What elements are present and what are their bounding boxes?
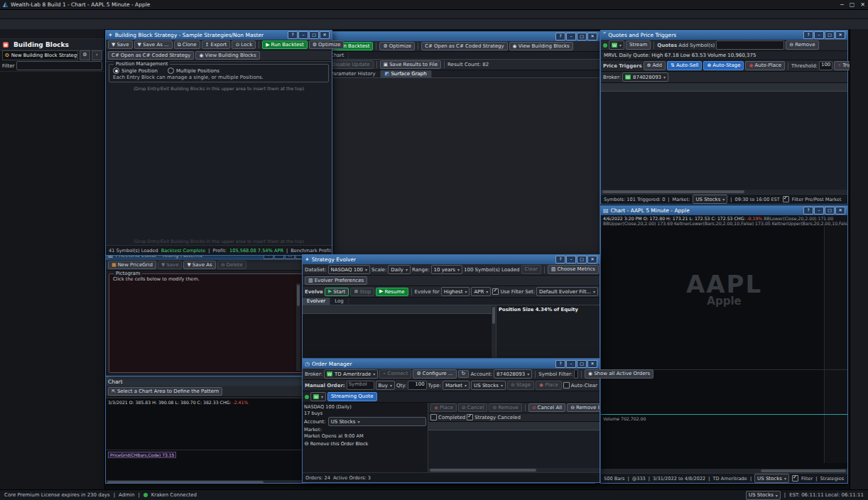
auto-place-toggle[interactable]: ◉Auto-Place	[745, 61, 785, 70]
pictogram-grid[interactable]	[131, 283, 271, 371]
quotes-hscrollbar[interactable]	[601, 190, 847, 194]
strategy-canceled-checkbox[interactable]	[467, 414, 473, 420]
stop-button[interactable]: ◼Stop	[350, 288, 374, 296]
open-csharp-button[interactable]: C#Open as C# Coded Strategy	[108, 51, 194, 60]
market-select[interactable]: US Stocks	[471, 381, 506, 390]
remove-order-block-button[interactable]: ⊖Remove this Order Block	[304, 440, 426, 447]
auto-clear-checkbox[interactable]	[563, 382, 570, 388]
view-building-blocks-button[interactable]: ◉View Building Blocks	[509, 42, 573, 50]
stream-button[interactable]: Stream	[626, 40, 651, 49]
optimize-button[interactable]: ⚙Optimize	[379, 42, 415, 50]
pictogram-vscrollbar[interactable]	[296, 283, 300, 371]
window-max-button[interactable]: ▢	[825, 31, 835, 39]
close-button[interactable]: ✕	[860, 1, 865, 8]
evolver-titlebar[interactable]: ✦ Strategy Evolver ?–▢✕	[303, 255, 600, 264]
clone-button[interactable]: ⧉Clone	[174, 40, 200, 49]
window-close-button[interactable]: ✕	[587, 256, 597, 263]
add-symbols-input[interactable]	[716, 40, 784, 50]
metric-select[interactable]: APR	[471, 287, 491, 296]
window-help-button[interactable]: ?	[288, 31, 298, 39]
configure-button[interactable]: ⚙Configure ...	[413, 369, 456, 378]
auto-stage-toggle[interactable]: ⊗Auto-Stage	[703, 61, 744, 70]
remove-order-button[interactable]: ⊖Remove	[489, 403, 521, 412]
completed-checkbox[interactable]	[430, 414, 437, 420]
open-csharp-button[interactable]: C#Open as C# Coded Strategy	[421, 42, 507, 50]
side-select[interactable]: Buy	[376, 381, 395, 390]
broker-select[interactable]: WTD Ameritrade	[324, 369, 378, 379]
sidebar-settings-button[interactable]: ⚙	[80, 50, 90, 60]
save-as-button[interactable]: ▼Save As ...	[134, 40, 173, 49]
optimization-titlebar[interactable]: ?–▢✕	[326, 32, 600, 41]
connect-button[interactable]: ⌁Connect	[379, 369, 411, 378]
quotes-titlebar[interactable]: ” Quotes and Price Triggers ?–▢✕	[601, 31, 847, 40]
window-help-button[interactable]: ?	[555, 33, 565, 40]
save-button[interactable]: ▼Save	[158, 261, 183, 269]
range-select[interactable]: 10 years	[431, 265, 462, 274]
price-pane[interactable]: AAPLApple	[601, 226, 847, 369]
maximize-button[interactable]: ▢	[850, 1, 855, 8]
optimize-button[interactable]: ⚙Optimize	[309, 40, 345, 49]
filter-prepost-checkbox[interactable]	[783, 196, 789, 202]
show-active-orders-button[interactable]: ◉Show all Active Orders	[585, 369, 653, 378]
scale-select[interactable]: Daily	[388, 265, 411, 274]
choose-metrics-button[interactable]: ▥Choose Metrics	[548, 265, 599, 273]
stream-source-select[interactable]: W	[310, 392, 326, 401]
qty-input[interactable]: 100	[408, 381, 426, 390]
window-close-button[interactable]: ✕	[835, 31, 845, 39]
type-select[interactable]: Market	[443, 381, 470, 390]
window-min-button[interactable]: –	[814, 207, 824, 214]
window-min-button[interactable]: –	[566, 256, 576, 263]
remove-button[interactable]: ⊖Remove	[786, 40, 818, 49]
evolver-preferences-button[interactable]: ▥Evolver Preferences	[305, 276, 367, 285]
window-help-button[interactable]: ?	[803, 31, 813, 39]
market-select[interactable]: US Stocks	[693, 195, 727, 204]
cancel-all-button[interactable]: ⊘Cancel All	[528, 403, 566, 412]
account2-select[interactable]: US Stocks	[328, 417, 426, 426]
tab-surface-graph[interactable]: ◩ Surface Graph	[381, 70, 432, 77]
evolve-for-select[interactable]: Highest	[441, 287, 470, 296]
volume-pane[interactable]: Volume 702,702.00	[601, 414, 847, 463]
order-manager-titlebar[interactable]: ◷ Order Manager ?–▢✕	[303, 359, 600, 369]
window-max-button[interactable]: ▢	[577, 256, 587, 263]
tab-evolver[interactable]: Evolver	[303, 298, 330, 305]
delete-button[interactable]: ⊖Delete	[217, 261, 246, 269]
export-button[interactable]: ↥Export	[202, 40, 231, 49]
single-position-radio[interactable]: Single Position	[113, 67, 158, 74]
window-min-button[interactable]: –	[814, 31, 824, 39]
window-max-button[interactable]: ▢	[577, 360, 587, 368]
account-select[interactable]: 874028093	[494, 369, 532, 379]
save-results-button[interactable]: ▣Save Results to File	[380, 60, 442, 69]
refresh-button[interactable]: ↻	[458, 370, 470, 378]
window-min-button[interactable]: –	[298, 31, 308, 39]
symbol-input[interactable]: Symbol	[347, 381, 374, 390]
clear-button[interactable]: Clear	[521, 265, 541, 273]
surface-plot[interactable]	[339, 78, 600, 255]
streaming-quote-button[interactable]: Streaming Quote	[327, 392, 377, 401]
tab-parameter-history[interactable]: Parameter History	[326, 70, 381, 77]
window-max-button[interactable]: ▢	[309, 31, 319, 39]
lock-button[interactable]: ⊙Lock	[232, 40, 256, 49]
save-button[interactable]: ▼Save	[108, 40, 133, 49]
new-building-block-strategy-button[interactable]: ✪ New Building Block Strategy	[2, 50, 78, 60]
save-as-button[interactable]: ▼Save As	[183, 261, 215, 269]
start-button[interactable]: ▶Start	[325, 288, 349, 296]
resume-button[interactable]: ▶Resume	[376, 288, 408, 296]
filter-input[interactable]	[16, 61, 102, 70]
threshold-input[interactable]: 100	[819, 61, 832, 70]
sidebar-expand-button[interactable]: ›	[92, 50, 102, 60]
chart-titlebar[interactable]: ▤ Chart - AAPL 5 Minute - Apple ?–▢✕	[601, 206, 847, 215]
orders-hscrollbar[interactable]	[428, 468, 600, 472]
market-select[interactable]: US Stocks	[746, 491, 781, 500]
bbs-titlebar[interactable]: ✦ Building Block Strategy - Sample Strat…	[106, 31, 332, 40]
multiple-positions-radio[interactable]: Multiple Positions	[168, 67, 219, 74]
window-min-button[interactable]: –	[566, 33, 576, 40]
window-close-button[interactable]: ✕	[587, 360, 597, 368]
view-building-blocks-button[interactable]: ◉View Building Blocks	[195, 51, 259, 60]
minimize-button[interactable]: ─	[840, 1, 844, 8]
window-help-button[interactable]: ?	[803, 207, 813, 214]
broker-select[interactable]: W874028093	[622, 72, 668, 82]
filter-checkbox[interactable]	[792, 475, 798, 482]
window-max-button[interactable]: ▢	[825, 207, 835, 214]
disable-update-button[interactable]: Disable Update	[328, 60, 374, 69]
symbol-filter-input[interactable]	[574, 369, 578, 379]
